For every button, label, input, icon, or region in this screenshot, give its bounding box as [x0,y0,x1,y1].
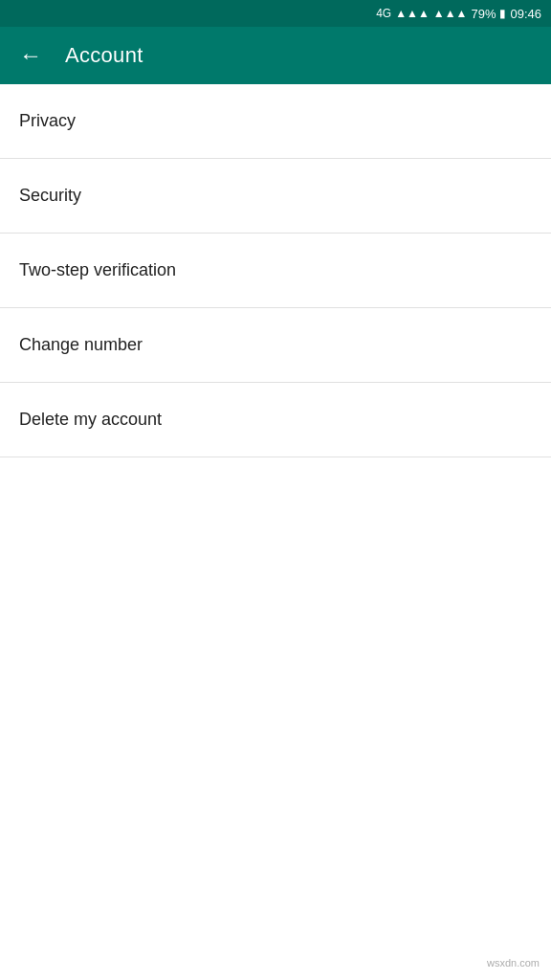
account-menu-list: PrivacySecurityTwo-step verificationChan… [0,84,551,457]
clock: 09:46 [510,7,541,21]
menu-item-change-number[interactable]: Change number [0,308,551,383]
menu-item-label-two-step-verification: Two-step verification [19,260,176,280]
menu-item-security[interactable]: Security [0,159,551,234]
signal-bars-1-icon: ▲▲▲ [395,7,430,20]
battery-icon: ▮ [499,7,506,20]
menu-item-two-step-verification[interactable]: Two-step verification [0,234,551,308]
network-type-icon: 4G [376,7,391,20]
menu-item-delete-account[interactable]: Delete my account [0,383,551,457]
menu-item-label-privacy: Privacy [19,111,76,131]
toolbar: ← Account [0,27,551,84]
battery-percentage: 79% [471,7,496,21]
watermark: wsxdn.com [487,957,540,969]
menu-item-label-change-number: Change number [19,335,143,355]
status-bar: 4G ▲▲▲ ▲▲▲ 79% ▮ 09:46 [0,0,551,27]
menu-item-label-delete-account: Delete my account [19,410,162,430]
menu-item-label-security: Security [19,186,81,206]
page-title: Account [65,43,143,68]
back-button[interactable]: ← [15,40,46,71]
signal-bars-2-icon: ▲▲▲ [433,7,468,20]
menu-item-privacy[interactable]: Privacy [0,84,551,159]
